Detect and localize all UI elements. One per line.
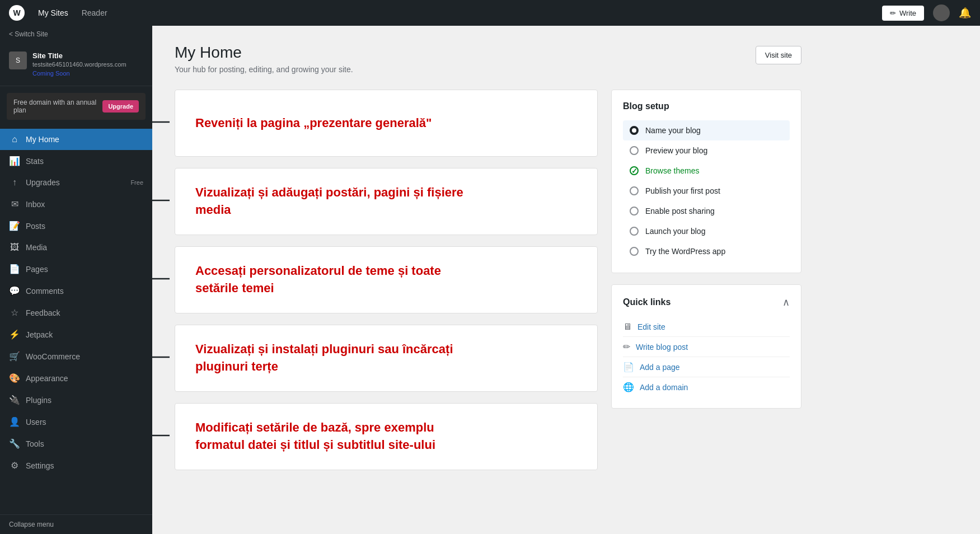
- settings-icon: ⚙: [9, 460, 20, 471]
- sidebar-item-label-posts: Posts: [26, 222, 45, 231]
- sidebar-item-upgrades[interactable]: ↑UpgradesFree: [0, 172, 152, 193]
- sidebar-item-feedback[interactable]: ☆Feedback: [0, 302, 152, 324]
- quick-link-add-domain[interactable]: 🌐Add a domain: [623, 377, 790, 397]
- checkmark-icon-browse-themes: ✓: [631, 167, 637, 175]
- setup-item-enable-post-sharing[interactable]: Enable post sharing: [623, 201, 790, 221]
- pages-icon: 📄: [9, 264, 20, 274]
- switch-site-button[interactable]: < Switch Site: [0, 26, 152, 43]
- annotation-card-1: Reveniți la pagina „prezentare generală": [175, 90, 598, 157]
- quick-link-label-edit-site: Edit site: [637, 322, 665, 331]
- content-wrapper: My Home Your hub for posting, editing, a…: [152, 26, 824, 488]
- notification-bell-icon[interactable]: 🔔: [959, 7, 971, 19]
- blog-setup-card: Blog setup Name your blogPreview your bl…: [611, 90, 801, 273]
- sidebar-item-label-comments: Comments: [26, 287, 64, 296]
- sidebar-item-inbox[interactable]: ✉Inbox: [0, 193, 152, 215]
- sidebar-item-label-appearance: Appearance: [26, 374, 68, 383]
- sidebar-item-posts[interactable]: 📝Posts: [0, 215, 152, 237]
- setup-item-name-blog[interactable]: Name your blog: [623, 120, 790, 140]
- sidebar-item-users[interactable]: 👤Users: [0, 411, 152, 433]
- posts-icon: 📝: [9, 221, 20, 231]
- plugins-icon: 🔌: [9, 395, 20, 405]
- sidebar-item-media[interactable]: 🖼Media: [0, 237, 152, 258]
- upgrade-button[interactable]: Upgrade: [102, 100, 139, 113]
- annotation-arrow-5: [152, 419, 175, 455]
- sidebar-item-my-home[interactable]: ⌂My Home: [0, 129, 152, 150]
- annotation-text-5: Modificați setările de bază, spre exempl…: [195, 419, 475, 454]
- main-content: My Home Your hub for posting, editing, a…: [152, 26, 980, 534]
- topbar-left: W My Sites Reader: [9, 5, 107, 21]
- add-domain-icon: 🌐: [623, 382, 634, 392]
- setup-dot-try-wp-app: [630, 247, 639, 256]
- page-subtitle: Your hub for posting, editing, and growi…: [175, 65, 353, 74]
- site-icon: S: [9, 51, 27, 69]
- setup-item-browse-themes[interactable]: ✓Browse themes: [623, 161, 790, 181]
- sidebar-item-label-jetpack: Jetpack: [26, 330, 53, 339]
- setup-dot-enable-post-sharing: [630, 207, 639, 216]
- sidebar-item-woocommerce[interactable]: 🛒WooCommerce: [0, 345, 152, 367]
- annotation-card-5: Modificați setările de bază, spre exempl…: [175, 403, 598, 470]
- sidebar-item-comments[interactable]: 💬Comments: [0, 280, 152, 302]
- write-button[interactable]: ✏ Write: [882, 6, 924, 21]
- sidebar-item-label-woocommerce: WooCommerce: [26, 352, 80, 361]
- sidebar-item-label-users: Users: [26, 418, 46, 427]
- setup-label-publish-first-post: Publish your first post: [645, 186, 720, 195]
- setup-items-list: Name your blogPreview your blog✓Browse t…: [623, 120, 790, 261]
- upgrades-icon: ↑: [9, 177, 20, 188]
- collapse-menu-button[interactable]: Collapse menu: [0, 514, 152, 534]
- sidebar-item-appearance[interactable]: 🎨Appearance: [0, 367, 152, 389]
- setup-label-preview-blog: Preview your blog: [645, 146, 707, 155]
- quick-links-list: 🖥Edit site✏Write blog post📄Add a page🌐Ad…: [623, 317, 790, 397]
- sidebar-item-label-my-home: My Home: [26, 135, 59, 144]
- annotation-text-4: Vizualizați și instalați pluginuri sau î…: [195, 341, 475, 376]
- sidebar-item-label-feedback: Feedback: [26, 308, 60, 317]
- annotation-arrow-3: [152, 262, 175, 298]
- topbar-logo: W: [9, 5, 25, 21]
- arrow-svg-2: [152, 184, 175, 217]
- write-icon: ✏: [890, 9, 896, 17]
- setup-item-launch-blog[interactable]: Launch your blog: [623, 221, 790, 241]
- quick-link-add-page[interactable]: 📄Add a page: [623, 357, 790, 377]
- setup-item-preview-blog[interactable]: Preview your blog: [623, 140, 790, 161]
- sidebar-item-label-plugins: Plugins: [26, 396, 51, 405]
- sidebar-item-pages[interactable]: 📄Pages: [0, 258, 152, 280]
- arrow-svg-1: [152, 105, 175, 139]
- page-header: My Home Your hub for posting, editing, a…: [175, 44, 801, 74]
- arrow-svg-5: [152, 419, 175, 452]
- quick-link-edit-site[interactable]: 🖥Edit site: [623, 317, 790, 337]
- setup-item-publish-first-post[interactable]: Publish your first post: [623, 181, 790, 201]
- annotation-card-3: Accesați personalizatorul de teme și toa…: [175, 246, 598, 313]
- sidebar-item-stats[interactable]: 📊Stats: [0, 150, 152, 172]
- sidebar-item-label-pages: Pages: [26, 265, 48, 274]
- left-panel: Reveniți la pagina „prezentare generală": [175, 90, 598, 470]
- setup-label-launch-blog: Launch your blog: [645, 227, 705, 236]
- site-info: S Site Title testsite645101460.wordpress…: [0, 43, 152, 86]
- visit-site-button[interactable]: Visit site: [756, 46, 801, 64]
- sidebar-item-plugins[interactable]: 🔌Plugins: [0, 389, 152, 411]
- setup-dot-publish-first-post: [630, 186, 639, 195]
- my-sites-nav[interactable]: My Sites: [38, 8, 68, 17]
- setup-dot-browse-themes: ✓: [630, 166, 639, 175]
- annotation-arrow-4: [152, 340, 175, 376]
- sidebar-item-tools[interactable]: 🔧Tools: [0, 433, 152, 455]
- setup-dot-launch-blog: [630, 227, 639, 236]
- content-grid: Reveniți la pagina „prezentare generală": [175, 90, 801, 470]
- coming-soon-badge[interactable]: Coming Soon: [32, 70, 143, 77]
- annotation-text-2: Vizualizați și adăugați postări, pagini …: [195, 184, 475, 219]
- page-title: My Home: [175, 44, 353, 62]
- stats-icon: 📊: [9, 156, 20, 166]
- site-url: testsite645101460.wordpress.com: [32, 61, 143, 68]
- sidebar-item-jetpack[interactable]: ⚡Jetpack: [0, 324, 152, 345]
- quick-links-toggle-icon[interactable]: ∧: [782, 296, 790, 308]
- user-avatar[interactable]: [933, 4, 950, 21]
- comments-icon: 💬: [9, 285, 20, 296]
- appearance-icon: 🎨: [9, 373, 20, 383]
- quick-link-write-blog-post[interactable]: ✏Write blog post: [623, 337, 790, 357]
- reader-nav[interactable]: Reader: [82, 8, 107, 17]
- sidebar-item-settings[interactable]: ⚙Settings: [0, 455, 152, 476]
- annotation-arrow-2: [152, 184, 175, 219]
- woocommerce-icon: 🛒: [9, 351, 20, 362]
- setup-dot-preview-blog: [630, 146, 639, 155]
- setup-item-try-wp-app[interactable]: Try the WordPress app: [623, 241, 790, 261]
- annotation-text-1: Reveniți la pagina „prezentare generală": [195, 115, 432, 132]
- quick-link-label-add-page: Add a page: [640, 363, 680, 372]
